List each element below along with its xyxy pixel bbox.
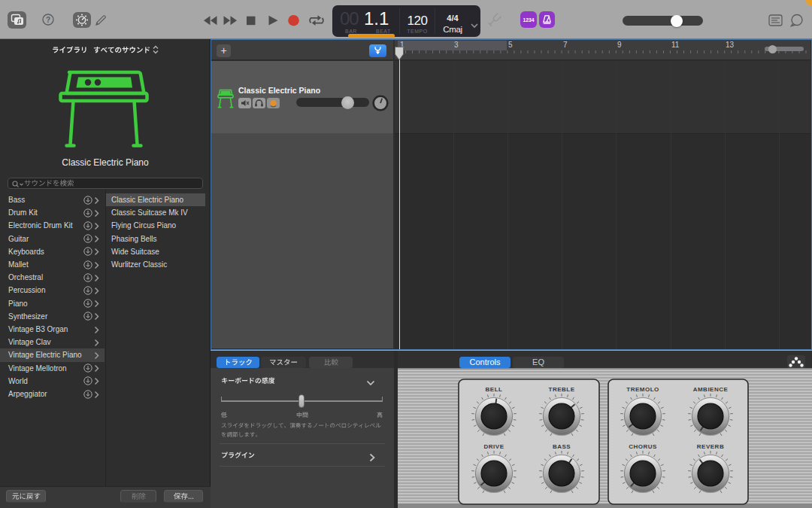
svg-text:REVERB: REVERB [697, 443, 724, 450]
svg-text:BASS: BASS [553, 443, 571, 450]
svg-text:AMBIENCE: AMBIENCE [693, 386, 729, 393]
svg-text:?: ? [46, 16, 50, 24]
svg-text:BELL: BELL [486, 386, 503, 393]
svg-text:TREBLE: TREBLE [549, 386, 575, 393]
svg-text:TREMOLO: TREMOLO [626, 386, 659, 393]
svg-text:CHORUS: CHORUS [629, 443, 657, 450]
svg-text:DRIVE: DRIVE [484, 443, 504, 450]
